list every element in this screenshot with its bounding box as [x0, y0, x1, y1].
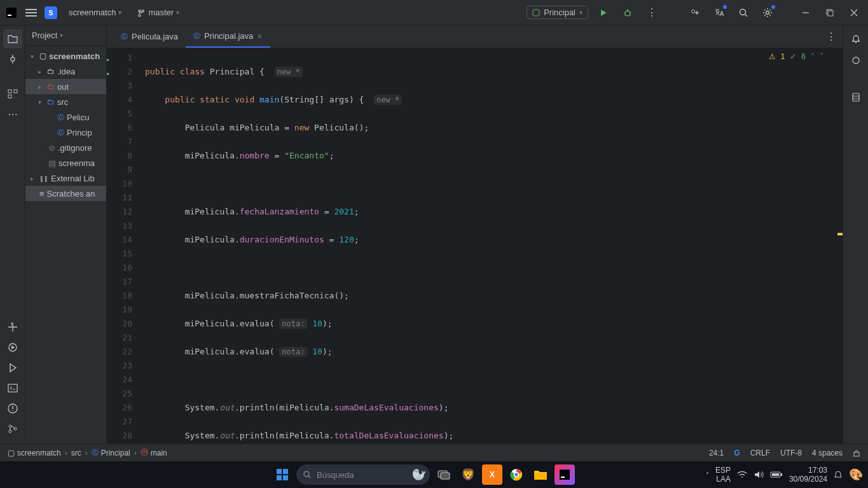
- tree-label: screenma: [59, 158, 95, 168]
- settings-icon[interactable]: [759, 4, 776, 22]
- svg-point-26: [304, 471, 309, 477]
- more-actions-icon[interactable]: ⋮: [643, 4, 661, 22]
- readonly-lock-icon[interactable]: [853, 449, 860, 457]
- minimize-window-button[interactable]: [797, 4, 815, 22]
- tab-principal[interactable]: Ⓒ Principal.java ×: [186, 25, 270, 48]
- copilot-icon[interactable]: 🎨: [849, 468, 863, 482]
- code-content[interactable]: public class Principal { new * public st…: [145, 48, 835, 443]
- language-indicator[interactable]: ESP LAA: [715, 466, 731, 484]
- run-config-icon: [532, 9, 540, 17]
- main-menu-icon[interactable]: [25, 9, 37, 17]
- close-tab-icon[interactable]: ×: [257, 31, 262, 41]
- java-class-icon: Ⓒ: [193, 31, 200, 41]
- svg-rect-34: [561, 477, 565, 478]
- tree-label: out: [57, 82, 69, 92]
- google-icon[interactable]: G: [734, 449, 740, 457]
- svg-rect-12: [8, 95, 11, 98]
- close-window-button[interactable]: [845, 4, 863, 22]
- tree-file-principal[interactable]: ⒸPrincip: [25, 125, 106, 140]
- run-config-selector[interactable]: Principal ▾: [527, 6, 588, 19]
- chevron-down-icon: ▾: [176, 9, 179, 16]
- tree-gitignore[interactable]: ⊘.gitignore: [25, 140, 106, 155]
- maximize-window-button[interactable]: [821, 4, 839, 22]
- search-everywhere-icon[interactable]: [734, 4, 752, 22]
- next-highlight-icon[interactable]: ˅: [820, 52, 823, 61]
- battery-icon[interactable]: [770, 471, 783, 478]
- tree-root[interactable]: ▾▢screenmatch: [25, 48, 106, 64]
- git-branch-selector[interactable]: master ▾: [133, 5, 183, 20]
- ok-count: 6: [801, 52, 806, 61]
- editor-scrollbar[interactable]: [835, 48, 843, 443]
- run-tool-icon[interactable]: [3, 358, 22, 377]
- problems-tool-icon[interactable]: [3, 399, 22, 418]
- task-view-icon[interactable]: [434, 464, 454, 485]
- tree-label: Princip: [67, 128, 92, 137]
- todo-tool-icon[interactable]: T: [3, 317, 22, 337]
- svg-point-3: [625, 11, 630, 16]
- clock[interactable]: 17:03 30/09/2024: [789, 466, 827, 484]
- app-intellij-icon[interactable]: [555, 464, 575, 485]
- app-explorer-icon[interactable]: [530, 464, 551, 485]
- search-animal-icon: 🦭: [412, 468, 426, 482]
- structure-tool-icon[interactable]: [3, 84, 22, 103]
- notification-bell-icon[interactable]: [834, 470, 843, 480]
- svg-rect-33: [560, 470, 570, 480]
- terminal-tool-icon[interactable]: [3, 379, 22, 398]
- tree-file-pelicula[interactable]: ⒸPelicu: [25, 109, 106, 125]
- line-separator[interactable]: CRLF: [750, 449, 770, 457]
- git-tool-icon[interactable]: [3, 419, 22, 438]
- services-tool-icon[interactable]: [3, 338, 22, 357]
- windows-taskbar: Búsqueda 🦭 🦁 X ˄ ESP LAA 17:03 30/09/202…: [0, 461, 868, 488]
- tree-src[interactable]: ▾🗀src: [25, 94, 106, 109]
- tray-chevron-icon[interactable]: ˄: [706, 471, 709, 478]
- crumb-src[interactable]: src: [71, 449, 81, 457]
- volume-icon[interactable]: [754, 470, 764, 479]
- commit-tool-icon[interactable]: [3, 50, 22, 69]
- tree-idea[interactable]: ▸🗀.idea: [25, 64, 106, 79]
- editor-tabs: Ⓒ Pelicula.java Ⓒ Principal.java × ⋮: [107, 25, 843, 48]
- taskbar-search[interactable]: Búsqueda 🦭: [296, 464, 430, 485]
- database-tool-icon[interactable]: [846, 88, 865, 107]
- crumb-class[interactable]: Ⓒ Principal: [92, 448, 130, 457]
- project-selector[interactable]: screenmatch ▾: [65, 5, 125, 20]
- svg-rect-36: [781, 473, 782, 476]
- tree-label: .idea: [57, 67, 75, 76]
- search-icon: [303, 470, 312, 479]
- tree-out[interactable]: ▸🗀out: [25, 79, 106, 94]
- project-panel-header[interactable]: Project ▾: [25, 25, 106, 46]
- editor-area: Ⓒ Pelicula.java Ⓒ Principal.java × ⋮ ▶1 …: [107, 25, 843, 443]
- project-tree: ▾▢screenmatch ▸🗀.idea ▸🗀out ▾🗀src ⒸPelic…: [25, 46, 106, 204]
- crumb-method[interactable]: ⓜ main: [141, 447, 167, 458]
- indent-setting[interactable]: 4 spaces: [812, 449, 843, 457]
- tab-pelicula[interactable]: Ⓒ Pelicula.java: [113, 25, 186, 48]
- app-brave-icon[interactable]: 🦁: [458, 464, 478, 485]
- translate-icon[interactable]: [710, 4, 728, 22]
- inspection-widget[interactable]: ⚠1 ✓6 ˄ ˅: [769, 52, 823, 61]
- file-encoding[interactable]: UTF-8: [780, 449, 802, 457]
- debug-button[interactable]: [619, 4, 637, 22]
- notifications-icon[interactable]: [846, 29, 865, 48]
- ai-assistant-icon[interactable]: [846, 51, 865, 70]
- wifi-icon[interactable]: [737, 470, 747, 479]
- app-chrome-icon[interactable]: [506, 464, 527, 485]
- tree-iml[interactable]: ▤screenma: [25, 155, 106, 171]
- svg-rect-25: [283, 475, 288, 480]
- app-xampp-icon[interactable]: X: [482, 464, 502, 485]
- run-button[interactable]: [595, 4, 612, 22]
- code-with-me-icon[interactable]: [686, 4, 704, 22]
- project-tool-icon[interactable]: [3, 29, 22, 48]
- cursor-position[interactable]: 24:1: [709, 449, 724, 457]
- tab-label: Principal.java: [204, 31, 253, 41]
- svg-rect-37: [772, 473, 779, 476]
- start-menu-icon[interactable]: [272, 464, 293, 485]
- tree-external-libs[interactable]: ▸⫿⫿External Lib: [25, 171, 106, 186]
- tabs-more-icon[interactable]: ⋮: [826, 31, 836, 43]
- project-badge[interactable]: S: [45, 6, 57, 19]
- prev-highlight-icon[interactable]: ˄: [811, 52, 815, 61]
- tree-scratches[interactable]: ≡Scratches an: [25, 186, 106, 201]
- svg-point-5: [740, 9, 746, 15]
- code-editor[interactable]: ▶1 ▶2 3 4 5 6 7 8 9 10 11 12 13 14 15 16…: [107, 48, 843, 443]
- crumb-project[interactable]: ▢ screenmatch: [8, 449, 61, 457]
- search-placeholder: Búsqueda: [317, 470, 354, 480]
- more-tool-icon[interactable]: ⋯: [3, 104, 22, 123]
